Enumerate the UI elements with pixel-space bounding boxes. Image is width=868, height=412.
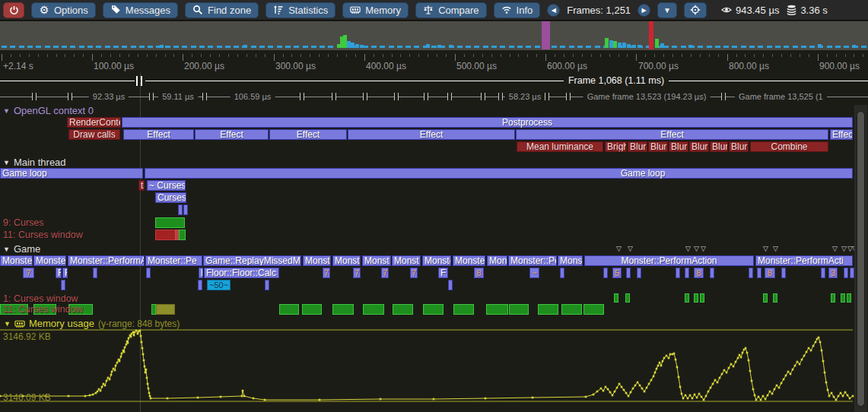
zone-bar[interactable]: [844, 268, 848, 278]
message-marker-icon[interactable]: ▽: [694, 246, 699, 252]
lock-event-bar[interactable]: [486, 304, 508, 315]
zone-bar[interactable]: Effect: [516, 129, 828, 140]
zone-bar[interactable]: Monster::Pe: [145, 255, 202, 266]
lock-event-bar[interactable]: [831, 293, 835, 303]
zone-bar[interactable]: Effect: [195, 129, 269, 140]
zone-bar[interactable]: 3: [828, 268, 838, 278]
frame-separator-mark[interactable]: [363, 93, 367, 100]
zone-bar[interactable]: Combine: [750, 141, 828, 152]
zone-bar[interactable]: Draw calls: [68, 129, 120, 140]
zone-bar[interactable]: Effect: [348, 129, 515, 140]
overview-frame-bar[interactable]: [637, 45, 641, 48]
lock-event-bar[interactable]: [538, 304, 558, 315]
zone-bar[interactable]: [265, 280, 269, 290]
lock-event-bar[interactable]: [614, 293, 618, 303]
prev-frame-button[interactable]: ◀: [547, 4, 560, 17]
zone-bar[interactable]: [198, 280, 202, 290]
frame-separator-mark[interactable]: [721, 93, 726, 100]
overview-frame-bar[interactable]: [622, 43, 626, 48]
frame-separator-mark[interactable]: [424, 93, 428, 100]
overview-frame-bar[interactable]: [655, 39, 659, 48]
frame-overview-strip[interactable]: [0, 21, 868, 50]
overview-frame-bar[interactable]: [542, 21, 550, 49]
frame-title[interactable]: Frame 1,068 (1.11 ms): [564, 75, 669, 86]
overview-frame-bar[interactable]: [360, 45, 364, 48]
zone-bar[interactable]: Blur: [628, 141, 647, 152]
zone-bar[interactable]: 8: [694, 268, 704, 278]
zone-bar[interactable]: Monst: [362, 255, 391, 266]
zone-bar[interactable]: Monster::PerformA: [68, 255, 145, 266]
zone-bar[interactable]: 8: [474, 268, 484, 278]
zone-bar[interactable]: 5: [612, 268, 622, 278]
lock-event-bar[interactable]: [393, 304, 413, 315]
zone-bar[interactable]: [749, 268, 753, 278]
lock-event-bar[interactable]: [625, 293, 630, 303]
message-marker-icon[interactable]: ▽: [763, 246, 768, 252]
zone-bar[interactable]: Monster::Pe: [508, 255, 557, 266]
overview-frame-bar[interactable]: [355, 44, 359, 48]
zone-bar[interactable]: Brigh: [605, 141, 627, 152]
overview-frame-bar[interactable]: [449, 45, 453, 48]
goto-frame-button[interactable]: [684, 2, 707, 18]
zone-bar[interactable]: Floor::Floor::Calc: [204, 268, 279, 278]
zone-bar[interactable]: 7: [381, 268, 389, 278]
frame-separator-label[interactable]: 106.59 µs: [231, 91, 275, 103]
message-marker-icon[interactable]: ▽: [841, 246, 847, 252]
overview-frame-bar[interactable]: [688, 45, 692, 48]
zone-bar[interactable]: Effect: [269, 129, 347, 140]
zone-bar[interactable]: [685, 268, 689, 278]
zone-bar[interactable]: Curses: [155, 192, 186, 203]
zone-bar[interactable]: Monster::PerformActi: [755, 255, 853, 266]
lock-event-bar[interactable]: [763, 293, 768, 303]
message-marker-icon[interactable]: ▽: [773, 246, 778, 252]
frame-separator-label[interactable]: 59.11 µs: [158, 91, 198, 103]
zone-bar[interactable]: RenderConte: [67, 117, 121, 128]
zone-bar[interactable]: [448, 280, 453, 290]
zone-bar[interactable]: [637, 268, 641, 278]
overview-frame-bar[interactable]: [660, 43, 664, 48]
frame-separator-mark[interactable]: [202, 93, 207, 100]
lock-event-bar[interactable]: [332, 304, 354, 315]
zone-bar[interactable]: [61, 280, 65, 290]
zone-bar[interactable]: [122, 117, 853, 128]
message-marker-icon[interactable]: ▽: [832, 246, 838, 252]
zone-bar[interactable]: F: [199, 268, 203, 278]
message-marker-icon[interactable]: ▽: [628, 246, 633, 252]
lock-event-bar[interactable]: [156, 304, 175, 315]
frame-set-dropdown-button[interactable]: ▼: [657, 2, 677, 18]
overview-frame-bar[interactable]: [852, 45, 856, 48]
lock-event-bar[interactable]: [155, 217, 185, 228]
frame-separator-mark[interactable]: [300, 93, 304, 100]
zone-bar[interactable]: [146, 268, 151, 278]
lock-event-bar[interactable]: [583, 304, 604, 315]
zone-bar[interactable]: [178, 204, 183, 215]
zone-bar[interactable]: Monste: [0, 255, 33, 266]
memory-usage-plot[interactable]: [0, 327, 868, 412]
message-marker-icon[interactable]: ▽: [616, 246, 622, 252]
zone-bar[interactable]: 7: [323, 268, 330, 278]
zone-bar[interactable]: Blur: [710, 141, 728, 152]
zone-bar[interactable]: [145, 168, 853, 179]
lock-event-bar[interactable]: [453, 304, 474, 315]
overview-frame-bar[interactable]: [818, 44, 822, 48]
lock-event-bar[interactable]: [700, 293, 704, 303]
frame-separator-mark[interactable]: [332, 93, 336, 100]
lock-event-bar[interactable]: [363, 304, 384, 315]
scrollbar-thumb[interactable]: [857, 111, 865, 407]
zone-bar[interactable]: Monst: [332, 255, 361, 266]
zone-bar[interactable]: Mons: [558, 255, 583, 266]
overview-frame-bar[interactable]: [243, 45, 247, 48]
overview-frame-bar[interactable]: [627, 44, 631, 48]
zone-bar[interactable]: 8: [765, 268, 775, 278]
zone-bar[interactable]: Blur: [648, 141, 668, 152]
zone-bar[interactable]: Game loop: [0, 168, 143, 179]
zone-bar[interactable]: Monst: [392, 255, 421, 266]
message-marker-icon[interactable]: ▽: [701, 246, 706, 252]
lock-event-bar[interactable]: [685, 293, 689, 303]
frame-separator-label[interactable]: 92.33 µs: [89, 91, 129, 103]
section-title[interactable]: Main thread: [14, 157, 66, 168]
lock-event-bar[interactable]: [279, 304, 299, 315]
frame-separator-mark[interactable]: [68, 93, 72, 100]
frame-separator-mark[interactable]: [481, 93, 485, 100]
zone-bar[interactable]: 7: [353, 268, 361, 278]
